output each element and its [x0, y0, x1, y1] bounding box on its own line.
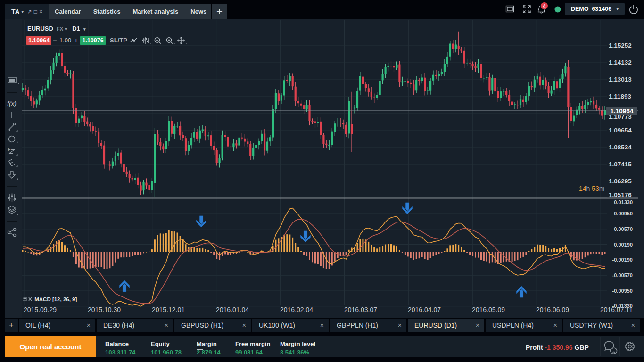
svg-text:f(x): f(x) — [7, 100, 17, 107]
svg-text:F: F — [8, 147, 11, 152]
svg-text:4: 4 — [543, 3, 546, 9]
